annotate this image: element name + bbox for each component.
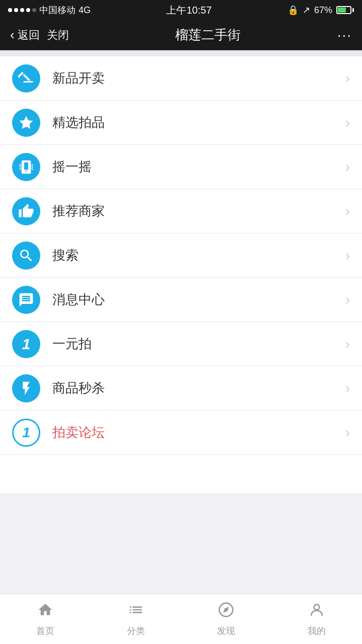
shake-arrow: › <box>345 159 350 175</box>
menu-item-recommend-merchants[interactable]: 推荐商家 › <box>0 189 362 233</box>
star-icon <box>18 115 34 131</box>
search-icon <box>12 242 40 270</box>
nav-bar: ‹ 返回 关闭 榴莲二手街 ··· <box>0 20 362 50</box>
status-time: 上午10:57 <box>166 4 211 17</box>
menu-item-shake[interactable]: 摇一摇 › <box>0 145 362 189</box>
flash-icon <box>18 380 34 396</box>
thumbup-icon <box>18 203 34 219</box>
messages-icon <box>12 286 40 314</box>
content-spacer <box>0 493 362 594</box>
one-yuan-arrow: › <box>345 336 350 352</box>
new-items-icon <box>12 64 40 93</box>
shake-label: 摇一摇 <box>52 158 345 176</box>
selected-auctions-arrow: › <box>345 115 350 131</box>
tab-mine-label: 我的 <box>308 625 326 637</box>
recommend-merchants-arrow: › <box>345 203 350 219</box>
flash-sale-arrow: › <box>345 380 350 396</box>
selected-auctions-label: 精选拍品 <box>52 114 345 131</box>
phone-shake-icon <box>18 159 34 175</box>
more-button[interactable]: ··· <box>337 27 352 43</box>
flash-sale-icon <box>12 374 40 403</box>
menu-item-one-yuan[interactable]: 1 一元拍 › <box>0 322 362 366</box>
one-yuan-label: 一元拍 <box>52 335 345 353</box>
tab-category-label: 分类 <box>127 625 145 637</box>
auction-forum-icon: 1 <box>12 419 40 447</box>
new-items-label: 新品开卖 <box>52 69 345 87</box>
search-arrow: › <box>345 248 350 264</box>
menu-item-search[interactable]: 搜索 › <box>0 233 362 278</box>
top-divider <box>0 50 362 56</box>
tab-discover[interactable]: 发现 <box>181 594 272 644</box>
menu-item-auction-forum[interactable]: 1 拍卖论坛 › <box>0 411 362 455</box>
home-icon <box>37 602 53 622</box>
menu-item-selected-auctions[interactable]: 精选拍品 › <box>0 101 362 145</box>
recommend-merchants-label: 推荐商家 <box>52 202 345 220</box>
close-label: 关闭 <box>47 28 69 43</box>
chat-bubble-icon <box>18 292 34 308</box>
tab-home-label: 首页 <box>36 625 54 637</box>
battery-icon <box>336 6 354 14</box>
compass-icon <box>218 602 234 622</box>
recommend-merchants-icon <box>12 197 40 225</box>
messages-label: 消息中心 <box>52 291 345 308</box>
lock-icon: 🔒 <box>287 5 299 16</box>
nav-back-button[interactable]: ‹ 返回 关闭 <box>10 27 69 43</box>
auction-hammer-icon <box>18 70 34 87</box>
location-icon: ↗ <box>303 5 310 16</box>
signal-dots <box>8 8 36 12</box>
search-magnify-icon <box>18 248 34 264</box>
status-right: 🔒 ↗ 67% <box>287 5 354 16</box>
status-left: 中国移动 4G <box>8 4 91 16</box>
menu-item-new-items[interactable]: 新品开卖 › <box>0 56 362 101</box>
nav-title: 榴莲二手街 <box>79 26 337 44</box>
tab-mine[interactable]: 我的 <box>271 594 362 644</box>
back-label: 返回 <box>18 28 40 43</box>
messages-arrow: › <box>345 292 350 308</box>
auction-forum-arrow: › <box>345 425 350 441</box>
status-bar: 中国移动 4G 上午10:57 🔒 ↗ 67% <box>0 0 362 20</box>
back-arrow-icon: ‹ <box>10 27 15 43</box>
selected-auctions-icon <box>12 109 40 137</box>
shake-icon <box>12 153 40 181</box>
tab-home[interactable]: 首页 <box>0 594 91 644</box>
network-label: 4G <box>79 5 91 16</box>
battery-percent: 67% <box>314 5 332 16</box>
auction-forum-label: 拍卖论坛 <box>52 424 345 441</box>
menu-list: 新品开卖 › 精选拍品 › 摇一摇 › 推荐商家 <box>0 56 362 493</box>
menu-item-flash-sale[interactable]: 商品秒杀 › <box>0 366 362 411</box>
one-yuan-icon: 1 <box>12 330 40 358</box>
menu-item-messages[interactable]: 消息中心 › <box>0 278 362 322</box>
list-icon <box>128 602 144 622</box>
new-items-arrow: › <box>345 70 350 87</box>
flash-sale-label: 商品秒杀 <box>52 379 345 397</box>
user-icon <box>309 602 325 622</box>
carrier-label: 中国移动 <box>39 4 76 16</box>
tab-discover-label: 发现 <box>217 625 235 637</box>
search-label: 搜索 <box>52 247 345 264</box>
svg-marker-1 <box>224 607 229 612</box>
tab-category[interactable]: 分类 <box>91 594 181 644</box>
svg-point-2 <box>314 604 320 610</box>
tab-bar: 首页 分类 发现 我的 <box>0 594 362 644</box>
